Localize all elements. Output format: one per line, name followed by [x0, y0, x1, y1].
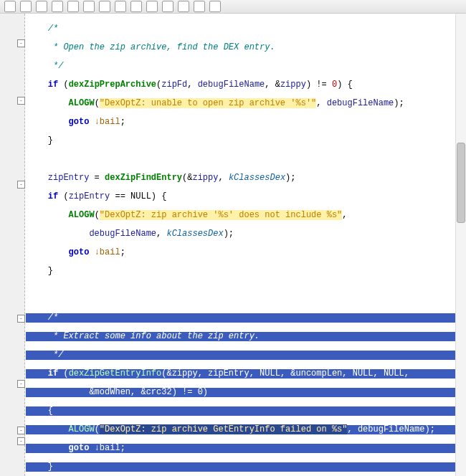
toolbar-icon[interactable] [209, 1, 221, 12]
keyword-if: if [48, 368, 58, 379]
keyword-goto: goto [69, 117, 90, 127]
id: debugFileName [358, 424, 425, 434]
toolbar-icon[interactable] [20, 1, 32, 12]
toolbar-icon[interactable] [52, 1, 63, 12]
id: zippy [280, 80, 306, 90]
id: debugFileName [327, 98, 394, 108]
fn: dexZipFindEntry [105, 173, 182, 183]
semi: ; [120, 443, 125, 453]
label: ↓bail [95, 247, 120, 257]
fold-handle[interactable]: - [17, 427, 25, 434]
toolbar-icon[interactable] [178, 1, 189, 12]
string: "DexOptZ: unable to open zip archive '%s… [100, 98, 316, 108]
id: kClassesDex [166, 229, 223, 239]
toolbar-icon[interactable] [4, 1, 16, 12]
id: zipFd [161, 80, 187, 90]
toolbar-icon[interactable] [194, 1, 205, 12]
scrollbar-thumb[interactable] [457, 143, 465, 223]
label: ↓bail [95, 443, 120, 453]
string: "DexOptZ: zip archive '%s' does not incl… [100, 210, 342, 220]
fold-handle[interactable]: - [17, 181, 25, 189]
id: zipEntry [48, 173, 90, 183]
fold-handle[interactable]: - [17, 315, 25, 323]
editor-pane[interactable]: - - - - - - - /* * Open the zip archive,… [0, 14, 466, 476]
fn: dexZipPrepArchive [69, 80, 156, 90]
string: "DexOptZ: zip archive GetEntryInfo faile… [100, 424, 348, 434]
code-area[interactable]: /* * Open the zip archive, find the DEX … [26, 14, 466, 476]
brace: } [48, 462, 53, 472]
brace: } [48, 266, 53, 276]
keyword-if: if [48, 80, 58, 90]
semi: ; [120, 247, 125, 257]
fold-handle[interactable]: - [17, 380, 25, 388]
vertical-scrollbar[interactable] [455, 14, 466, 476]
id: zipEntry [69, 191, 110, 201]
brace: } [48, 135, 53, 146]
keyword-goto: goto [69, 443, 90, 453]
toolbar [0, 0, 466, 14]
keyword-goto: goto [69, 247, 90, 257]
args: &modWhen, &crc32) != 0) [89, 387, 208, 397]
id: zippy [192, 173, 218, 183]
fold-handle[interactable]: - [17, 39, 25, 47]
id: kClassesDex [229, 173, 285, 183]
fn: dexZipGetEntryInfo [69, 368, 162, 379]
op: != [311, 80, 332, 90]
args: (&zippy, zipEntry, NULL, &uncompLen, NUL… [161, 368, 409, 379]
comment: * Extract some info about the zip entry. [48, 331, 260, 341]
code-editor-window: - - - - - - - /* * Open the zip archive,… [0, 0, 466, 476]
toolbar-icon[interactable] [162, 1, 173, 12]
toolbar-icon[interactable] [67, 1, 79, 12]
toolbar-icon[interactable] [115, 1, 126, 12]
op: == NULL [110, 191, 151, 201]
toolbar-icon[interactable] [130, 1, 142, 12]
fold-handle[interactable]: - [17, 437, 25, 445]
gutter: - - - - - - - [0, 14, 25, 476]
brace: ) { [337, 80, 353, 90]
toolbar-icon[interactable] [83, 1, 95, 12]
fn: ALOGW [69, 98, 95, 108]
comment: */ [48, 61, 64, 71]
comment: * Open the zip archive, find the DEX ent… [48, 42, 275, 52]
comment: /* [48, 313, 58, 323]
comment: /* [48, 24, 58, 34]
comment: */ [48, 350, 64, 360]
id: debugFileName [89, 229, 156, 239]
label: ↓bail [95, 117, 120, 127]
semi: ; [120, 117, 125, 127]
keyword-if: if [48, 191, 58, 201]
toolbar-icon[interactable] [36, 1, 47, 12]
fn: ALOGW [69, 210, 95, 220]
id: debugFileName [198, 80, 265, 90]
fn: ALOGW [69, 424, 95, 434]
toolbar-icon[interactable] [99, 1, 110, 12]
fold-handle[interactable]: - [17, 97, 25, 105]
toolbar-icon[interactable] [146, 1, 158, 12]
selection-block: /* * Extract some info about the zip ent… [26, 304, 466, 476]
